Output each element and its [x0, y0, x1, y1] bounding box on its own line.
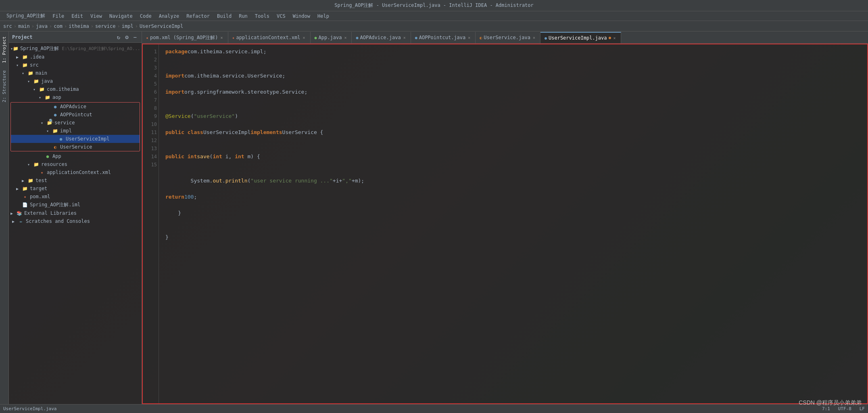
menu-file[interactable]: File — [49, 13, 67, 20]
tree-item-external-libraries[interactable]: ▶ 📚 External Libraries — [9, 209, 142, 217]
class-icon-aoppointcut: ● — [52, 111, 58, 118]
sync-button[interactable]: ↻ — [115, 33, 122, 41]
folder-icon-test: 📁 — [27, 177, 34, 184]
scratches-icon: ✏ — [18, 218, 24, 224]
breadcrumb-impl[interactable]: impl — [122, 23, 134, 29]
tree-item-com-itheima[interactable]: ▾ 📁 com.itheima — [9, 85, 142, 93]
menu-navigate[interactable]: Navigate — [106, 13, 136, 20]
tab-close-pom[interactable]: × — [220, 36, 224, 40]
tab-app[interactable]: ● App.java × — [311, 32, 352, 43]
tree-item-userserviceimpl[interactable]: ● UserServiceImpl — [11, 135, 140, 143]
tree-root[interactable]: ▾ 📁 Spring_AOP注解 E:\Spring_AOP注解\Spring_… — [9, 44, 142, 53]
breadcrumb-com[interactable]: com — [54, 23, 63, 29]
menu-window[interactable]: Window — [290, 13, 313, 20]
menu-refactor[interactable]: Refactor — [183, 13, 213, 20]
menu-spring[interactable]: Spring_AOP注解 — [3, 12, 48, 20]
tree-item-impl[interactable]: ▾ 📁 impl — [11, 127, 140, 135]
editor-content[interactable]: 1 2 3 4 5 6 7 8 9 10 11 12 13 14 15 — [142, 44, 868, 404]
tabs-bar: ✦ pom.xml (Spring_AOP注解) × ✦ application… — [142, 31, 868, 44]
tab-userservice[interactable]: ◐ UserService.java × — [476, 32, 540, 43]
class-icon-aopadvice: ● — [52, 103, 58, 110]
folder-icon-java: 📁 — [33, 78, 40, 84]
folder-icon-service: 📁 🔍 — [46, 119, 53, 126]
menu-code[interactable]: Code — [137, 13, 155, 20]
tree-item-idea[interactable]: ▶ 📁 .idea — [9, 53, 142, 61]
code-line-3: import com.itheima.service.UserService; — [165, 72, 861, 80]
menu-edit[interactable]: Edit — [68, 13, 86, 20]
interface-icon-userservice: ◐ — [52, 144, 58, 150]
breadcrumb-main[interactable]: main — [18, 23, 30, 29]
tree-item-aoppointcut[interactable]: ● AOPPointcut — [11, 111, 140, 119]
tab-userserviceimpl[interactable]: ● UserServiceImpl.java × — [540, 32, 621, 43]
tree-item-userservice[interactable]: ◐ UserService — [11, 143, 140, 151]
code-line-11: System.out.println("user service running… — [165, 177, 861, 185]
code-line-7: public class UserServiceImpl implements … — [165, 128, 861, 136]
scratches-label: Scratches and Consoles — [26, 218, 90, 224]
folder-icon-resources: 📁 — [33, 161, 40, 168]
panel-title: Project — [12, 34, 33, 40]
tree-item-scratches[interactable]: ▶ ✏ Scratches and Consoles — [9, 217, 142, 225]
tree-item-target[interactable]: ▶ 📁 target — [9, 184, 142, 193]
tab-close-aopadvice[interactable]: × — [403, 36, 407, 40]
breadcrumb-java[interactable]: java — [36, 23, 48, 29]
panel-header: Project ↻ ⚙ − — [9, 31, 142, 43]
tab-close-app[interactable]: × — [343, 36, 347, 40]
menu-run[interactable]: Run — [236, 13, 251, 20]
libraries-icon: 📚 — [16, 210, 23, 216]
sidebar-tabs: 1: Project 2: Structure — [0, 31, 9, 404]
tree-root-label: Spring_AOP注解 E:\Spring_AOP注解\Spring_AO..… — [20, 45, 140, 52]
folder-icon-main: 📁 — [27, 70, 34, 76]
tree-item-src[interactable]: ▾ 📁 src — [9, 61, 142, 69]
breadcrumb-file[interactable]: UserServiceImpl — [140, 23, 183, 29]
breadcrumb-itheima[interactable]: itheima — [69, 23, 89, 29]
line-numbers: 1 2 3 4 5 6 7 8 9 10 11 12 13 14 15 — [143, 44, 159, 403]
tree-container[interactable]: ▾ 📁 Spring_AOP注解 E:\Spring_AOP注解\Spring_… — [9, 43, 142, 404]
tab-close-userservice[interactable]: × — [532, 36, 536, 40]
tree-item-main[interactable]: ▾ 📁 main — [9, 69, 142, 77]
sidebar-tab-project[interactable]: 1: Project — [0, 33, 8, 66]
tab-close-aoppointcut[interactable]: × — [467, 36, 471, 40]
project-panel: Project ↻ ⚙ − ▾ 📁 Spring_AOP注解 E:\Spring… — [9, 31, 142, 404]
editor-area: ✦ pom.xml (Spring_AOP注解) × ✦ application… — [142, 31, 868, 404]
menu-vcs[interactable]: VCS — [273, 13, 289, 20]
tree-item-java[interactable]: ▾ 📁 java — [9, 77, 142, 85]
menu-tools[interactable]: Tools — [252, 13, 273, 20]
breadcrumb: src › main › java › com › itheima › serv… — [0, 21, 868, 31]
settings-button[interactable]: ⚙ — [123, 33, 130, 41]
breadcrumb-src[interactable]: src — [3, 23, 12, 29]
code-line-13: } — [165, 209, 861, 217]
folder-icon-idea: 📁 — [22, 54, 28, 60]
tab-pom[interactable]: ✦ pom.xml (Spring_AOP注解) × — [142, 32, 228, 43]
menu-view[interactable]: View — [87, 13, 105, 20]
tree-item-resources[interactable]: ▾ 📁 resources — [9, 160, 142, 168]
xml-icon-appcontext: ✦ — [39, 169, 45, 176]
project-icon: 📁 — [13, 46, 19, 52]
sidebar-tab-structure[interactable]: 2: Structure — [0, 67, 8, 105]
breadcrumb-service[interactable]: service — [95, 23, 116, 29]
tree-item-test[interactable]: ▶ 📁 test — [9, 176, 142, 184]
code-line-9: public int save(int i, int m) { — [165, 153, 861, 161]
tree-item-iml[interactable]: 📄 Spring_AOP注解.iml — [9, 201, 142, 209]
code-editor[interactable]: package com.itheima.service.impl; import… — [159, 44, 867, 403]
tab-aopadvice[interactable]: ● AOPAdvice.java × — [352, 32, 411, 43]
minimize-button[interactable]: − — [132, 33, 138, 41]
folder-icon-impl: 📁 — [52, 128, 58, 134]
tab-appcontext[interactable]: ✦ applicationContext.xml × — [228, 32, 311, 43]
code-line-12: return 100; — [165, 193, 861, 201]
menu-build[interactable]: Build — [214, 13, 235, 20]
tree-item-service[interactable]: ▾ 📁 🔍 service — [11, 119, 140, 127]
tree-item-applicationcontext[interactable]: ✦ applicationContext.xml — [9, 168, 142, 176]
tab-close-appcontext[interactable]: × — [302, 36, 306, 40]
status-right: 7:1 UTF-8 LF — [822, 406, 865, 411]
tab-aoppointcut[interactable]: ● AOPPointcut.java × — [411, 32, 476, 43]
tree-item-aopadvice[interactable]: ● AOPAdvice — [11, 103, 140, 111]
tab-close-userserviceimpl[interactable]: × — [613, 36, 617, 40]
tree-item-app[interactable]: ● App — [9, 152, 142, 160]
code-line-6: @Service("userService") — [165, 112, 861, 120]
class-icon-userserviceimpl: ● — [58, 136, 64, 142]
menu-help[interactable]: Help — [314, 13, 332, 20]
code-line-1: package com.itheima.service.impl; — [165, 48, 861, 56]
tree-item-pom[interactable]: ✦ pom.xml — [9, 193, 142, 201]
menu-analyze[interactable]: Analyze — [156, 13, 183, 20]
tree-item-aop[interactable]: ▾ 📁 aop — [9, 93, 142, 101]
